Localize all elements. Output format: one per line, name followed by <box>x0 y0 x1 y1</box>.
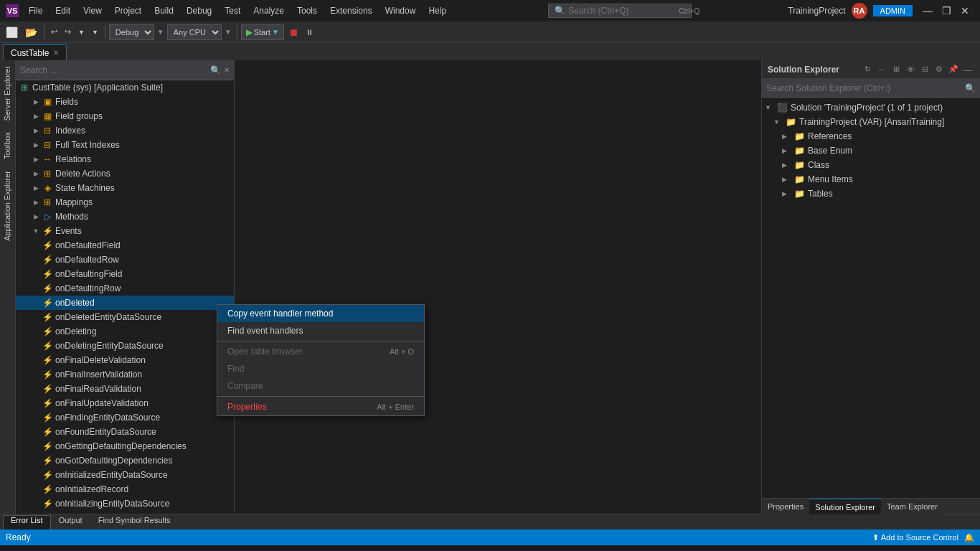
expand-icon-field-groups[interactable]: ▶ <box>30 113 42 120</box>
new-project-btn[interactable]: ⬜ <box>3 24 21 41</box>
taskbar-browser-icon[interactable]: 🌐 <box>158 545 187 551</box>
tab-close-btn[interactable]: ✕ <box>53 49 59 57</box>
redo-arrow-btn[interactable]: ▼ <box>89 24 101 41</box>
solution-search-icon[interactable]: 🔍 <box>965 83 976 93</box>
tree-item-on-final-insert[interactable]: ⚡ onFinalInsertValidation <box>16 367 234 382</box>
title-search-box[interactable]: 🔍 Ctrl+Q <box>548 4 692 18</box>
tree-item-on-final-delete[interactable]: ⚡ onFinalDeleteValidation <box>16 353 234 367</box>
sol-pin-icon[interactable]: 📌 <box>947 63 960 76</box>
notification-bell[interactable]: 🔔 <box>964 533 974 542</box>
tree-item-on-finding-entity[interactable]: ⚡ onFindingEntityDataSource <box>16 410 234 425</box>
menu-test[interactable]: Test <box>219 4 246 17</box>
output-tab[interactable]: Output <box>51 515 90 529</box>
sol-collapse-icon[interactable]: ⊟ <box>918 63 931 76</box>
sol-expand-solution[interactable]: ▼ <box>765 104 776 111</box>
taskbar-word-icon[interactable]: W <box>248 545 277 551</box>
task-view-button[interactable] <box>63 545 95 551</box>
pause-btn[interactable]: ⏸ <box>303 24 316 41</box>
tree-item-on-deleting-entity[interactable]: ⚡ onDeletingEntityDataSource <box>16 339 234 353</box>
tree-close-icon[interactable]: ✕ <box>224 66 230 74</box>
tree-search-input[interactable] <box>20 65 207 75</box>
taskbar-vs-icon[interactable]: VS <box>218 545 247 551</box>
menu-edit[interactable]: Edit <box>50 4 76 17</box>
undo-arrow-btn[interactable]: ▼ <box>75 24 88 41</box>
tree-item-on-deleted[interactable]: ⚡ onDeleted <box>16 296 234 310</box>
menu-view[interactable]: View <box>77 4 108 17</box>
tree-root[interactable]: ⊞ CustTable (sys) [Application Suite] <box>16 80 234 95</box>
tree-item-full-text-indexes[interactable]: ▶ ⊟ Full Text Indexes <box>16 138 234 152</box>
debug-mode-select[interactable]: Debug <box>109 24 154 40</box>
tree-item-on-final-read[interactable]: ⚡ onFinalReadValidation <box>16 382 234 396</box>
tree-item-on-defaulted-row[interactable]: ⚡ onDefaultedRow <box>16 253 234 267</box>
sol-references-node[interactable]: ▶ 📁 References <box>762 129 980 143</box>
tree-item-on-defaulted-field[interactable]: ⚡ onDefaultedField <box>16 238 234 253</box>
expand-icon-delete-actions[interactable]: ▶ <box>30 170 42 177</box>
solution-search-input[interactable] <box>766 83 962 93</box>
tree-item-relations[interactable]: ▶ ↔ Relations <box>16 152 234 166</box>
tree-item-on-found-entity[interactable]: ⚡ onFoundEntityDataSource <box>16 425 234 439</box>
solution-search-bar[interactable]: 🔍 <box>762 79 980 98</box>
tree-item-field-groups[interactable]: ▶ ▦ Field groups <box>16 109 234 123</box>
sol-expand-references[interactable]: ▶ <box>782 133 793 140</box>
tree-item-on-defaulting-field[interactable]: ⚡ onDefaultingField <box>16 267 234 281</box>
sol-settings-icon[interactable]: ⚙ <box>933 63 946 76</box>
expand-icon-state-machines[interactable]: ▶ <box>30 184 42 192</box>
redo-btn[interactable]: ↪ <box>62 24 74 41</box>
taskbar-explorer-icon[interactable]: 📁 <box>128 545 156 551</box>
sol-solution-node[interactable]: ▼ ⬛ Solution 'TrainingProject' (1 of 1 p… <box>762 100 980 115</box>
menu-tools[interactable]: Tools <box>291 4 323 17</box>
properties-tab[interactable]: Properties <box>762 499 809 514</box>
undo-btn[interactable]: ↩ <box>48 24 60 41</box>
sol-expand-menu-items[interactable]: ▶ <box>782 176 793 183</box>
application-explorer-label[interactable]: Application Explorer <box>0 165 15 247</box>
taskbar-edge-icon[interactable]: e <box>98 545 126 551</box>
tree-item-on-init-record[interactable]: ⚡ onInitializedRecord <box>16 482 234 496</box>
ctx-properties[interactable]: Properties Alt + Enter <box>217 398 424 415</box>
cust-table-tab[interactable]: CustTable ✕ <box>3 44 67 60</box>
ctx-find-event-handlers[interactable]: Find event handlers <box>217 322 424 339</box>
menu-project[interactable]: Project <box>109 4 147 17</box>
sol-project-node[interactable]: ▼ 📁 TrainingProject (VAR) [AnsariTrainin… <box>762 115 980 129</box>
sol-back-icon[interactable]: ← <box>875 63 888 76</box>
ctx-copy-event-handler[interactable]: Copy event handler method <box>217 305 424 322</box>
tree-item-on-defaulting-row[interactable]: ⚡ onDefaultingRow <box>16 281 234 296</box>
menu-build[interactable]: Build <box>149 4 179 17</box>
ctx-open-table-browser[interactable]: Open table browser Alt + O <box>217 343 424 360</box>
tree-item-indexes[interactable]: ▶ ⊟ Indexes <box>16 123 234 138</box>
tree-item-on-deleted-entity[interactable]: ⚡ onDeletedEntityDataSource <box>16 310 234 324</box>
menu-analyze[interactable]: Analyze <box>248 4 290 17</box>
find-symbol-tab[interactable]: Find Symbol Results <box>90 515 179 529</box>
tree-item-fields[interactable]: ▶ ▣ Fields <box>16 95 234 109</box>
taskbar-chrome-icon[interactable] <box>308 545 337 551</box>
start-button[interactable]: ▶ Start ▼ <box>241 24 284 40</box>
add-to-source-control[interactable]: ⬆ Add to Source Control <box>872 533 958 542</box>
tree-item-on-init-entity[interactable]: ⚡ onInitializedEntityDataSource <box>16 468 234 482</box>
tree-search-bar[interactable]: 🔍 ✕ <box>16 60 234 80</box>
admin-button[interactable]: ADMIN <box>873 5 913 17</box>
tree-item-on-initializing-entity[interactable]: ⚡ onInitializingEntityDataSource <box>16 496 234 511</box>
taskbar-terminal-icon[interactable]: >_ <box>339 545 367 551</box>
tree-item-methods[interactable]: ▶ ▷ Methods <box>16 209 234 224</box>
expand-icon-fields[interactable]: ▶ <box>30 98 42 105</box>
taskbar-search-button[interactable]: 🔍 <box>32 545 63 551</box>
sol-close-icon[interactable]: — <box>961 63 974 76</box>
sol-expand-project[interactable]: ▼ <box>773 118 785 126</box>
tree-item-on-getting-deps[interactable]: ⚡ onGettingDefaultingDependencies <box>16 439 234 453</box>
tree-item-on-got-deps[interactable]: ⚡ onGotDefaultingDependencies <box>16 453 234 468</box>
menu-file[interactable]: File <box>23 4 48 17</box>
solution-explorer-tab[interactable]: Solution Explorer <box>809 499 881 514</box>
minimize-button[interactable]: — <box>918 4 937 18</box>
tree-item-on-initializing-record[interactable]: ⚡ onInitializingRecord <box>16 511 234 514</box>
expand-icon-full-text[interactable]: ▶ <box>30 141 42 149</box>
expand-icon-mappings[interactable]: ▶ <box>30 199 42 206</box>
ctx-compare[interactable]: Compare <box>217 377 424 395</box>
menu-debug[interactable]: Debug <box>181 4 217 17</box>
error-list-tab[interactable]: Error List <box>3 515 51 529</box>
sol-tables-node[interactable]: ▶ 📁 Tables <box>762 187 980 201</box>
expand-icon-indexes[interactable]: ▶ <box>30 127 42 134</box>
sol-expand-tables[interactable]: ▶ <box>782 190 793 197</box>
taskbar-extra-icon[interactable]: 😊 <box>369 545 397 551</box>
sol-expand-class[interactable]: ▶ <box>782 161 793 169</box>
title-search-input[interactable] <box>568 6 676 16</box>
taskbar-paintbrush-icon[interactable]: 🎨 <box>399 545 428 551</box>
